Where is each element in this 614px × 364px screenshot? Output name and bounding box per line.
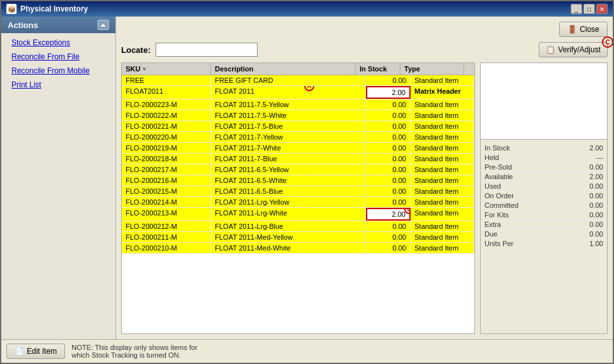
window-title: Physical Inventory (20, 4, 88, 13)
minimize-button[interactable]: _ (571, 4, 582, 14)
table-row[interactable]: FLO-2000223-MFLOAT 2011-7.5-Yellow0.00St… (122, 99, 474, 110)
table-row[interactable]: FLO-2000215-MFLOAT 2011-6.5-Blue0.00Stan… (122, 186, 474, 197)
title-bar: 📦 Physical Inventory _ □ ✕ (1, 1, 613, 17)
cell-desc: FLOAT 2011-7-White (211, 143, 366, 153)
content-area: Actions ⏶ Stock Exceptions Reconcile Fro… (1, 17, 613, 339)
table-row[interactable]: FLO-2000220-MFLOAT 2011-7-Yellow0.00Stan… (122, 132, 474, 143)
cell-desc: FLOAT 2011-Med-White (211, 243, 366, 253)
cell-type: Standard Item (411, 154, 474, 164)
inventory-table: SKU ▼ Description In Stock Type (121, 62, 475, 334)
verify-adjust-button[interactable]: 📋 Verify/Adjust C (539, 42, 608, 57)
sidebar-item-print-list[interactable]: Print List (1, 78, 115, 92)
close-main-button[interactable]: 🚪 Close (559, 22, 608, 37)
window-close-button[interactable]: ✕ (596, 4, 608, 14)
cell-type: Standard Item (411, 175, 474, 186)
cell-desc: FLOAT 2011-Med-Yellow (211, 232, 366, 242)
cell-sku: FLO-2000213-M (122, 208, 211, 221)
stat-row: Units Per1.00 (485, 239, 603, 249)
table-row[interactable]: FLO-2000219-MFLOAT 2011-7-White0.00Stand… (122, 143, 474, 154)
stat-value: 0.00 (590, 163, 603, 171)
cell-desc: FREE GIFT CARD (211, 75, 366, 85)
circle-b-label: B (404, 208, 411, 214)
table-row[interactable]: FLO-2000216-MFLOAT 2011-6.5-White0.00Sta… (122, 175, 474, 186)
table-row[interactable]: FLO-2000218-MFLOAT 2011-7-Blue0.00Standa… (122, 154, 474, 164)
cell-desc: FLOAT 2011-7-Yellow (211, 132, 366, 142)
close-button-label: Close (580, 25, 599, 34)
cell-sku: FLO-2000219-M (122, 143, 211, 153)
cell-sku: FLO-2000215-M (122, 186, 211, 196)
cell-type: Standard Item (411, 164, 474, 175)
stat-value: 0.00 (590, 221, 603, 228)
cell-desc: FLOAT 2011-7.5-Blue (211, 121, 366, 131)
table-row[interactable]: FLO-2000210-MFLOAT 2011-Med-White0.00Sta… (122, 243, 474, 254)
table-row[interactable]: FLO-2000211-MFLOAT 2011-Med-Yellow0.00St… (122, 232, 474, 243)
cell-stock: 0.00 (366, 110, 411, 120)
cell-stock: 0.00 (366, 143, 411, 153)
cell-stock: 0.00 (366, 221, 411, 231)
right-panel-image (481, 63, 607, 140)
sidebar-item-stock-exceptions[interactable]: Stock Exceptions (1, 36, 115, 50)
sidebar-collapse-button[interactable]: ⏶ (98, 20, 109, 30)
title-bar-left: 📦 Physical Inventory (6, 4, 88, 14)
stat-label: In Stock (485, 144, 510, 152)
stat-row: Available2.00 (485, 172, 603, 182)
cell-type: Standard Item (411, 232, 474, 242)
cell-stock: 0.00 (366, 99, 411, 110)
cell-type: Matrix Header (411, 86, 474, 99)
table-row[interactable]: FLO-2000221-MFLOAT 2011-7.5-Blue0.00Stan… (122, 121, 474, 132)
main-area: 🚪 Close Locate: 📋 Verify/Adjust C (116, 17, 613, 339)
stat-label: Available (485, 173, 513, 180)
cell-desc: FLOAT 2011-Lrg-White (211, 208, 366, 221)
table-header: SKU ▼ Description In Stock Type (122, 63, 474, 75)
cell-desc: FLOAT 2011-7-Blue (211, 154, 366, 164)
cell-stock: 0.00 (366, 154, 411, 164)
stat-row: Held--- (485, 153, 603, 163)
cell-type: Standard Item (411, 221, 474, 231)
cell-sku: FLO-2000221-M (122, 121, 211, 131)
maximize-button[interactable]: □ (583, 4, 595, 14)
stat-value: 0.00 (590, 201, 603, 209)
stat-row: Committed0.00 (485, 201, 603, 210)
cell-desc: FLOAT 2011-6.5-Blue (211, 186, 366, 196)
locate-label: Locate: (121, 45, 150, 55)
cell-stock: 2.00B (366, 208, 411, 221)
sidebar-item-reconcile-file[interactable]: Reconcile From File (1, 50, 115, 64)
title-bar-controls: _ □ ✕ (571, 4, 608, 14)
stat-label: Due (485, 230, 497, 238)
stat-label: For Kits (485, 211, 509, 219)
col-type: Type (400, 63, 464, 75)
table-body: FREEFREE GIFT CARD0.00Standard ItemFLOAT… (122, 75, 474, 333)
table-row[interactable]: FLO-2000213-MFLOAT 2011-Lrg-White2.00BSt… (122, 208, 474, 221)
locate-input[interactable] (156, 43, 258, 57)
stat-row: Due0.00 (485, 229, 603, 239)
cell-sku: FLO-2000212-M (122, 221, 211, 231)
cell-type: Standard Item (411, 243, 474, 253)
table-row[interactable]: FLO-2000212-MFLOAT 2011-Lrg-Blue0.00Stan… (122, 221, 474, 232)
table-row[interactable]: FLO-2000222-MFLOAT 2011-7.5-White0.00Sta… (122, 110, 474, 121)
sidebar: Actions ⏶ Stock Exceptions Reconcile Fro… (1, 17, 116, 339)
cell-desc: FLOAT 2011-7.5-White (211, 110, 366, 120)
cell-stock: 0.00 (366, 164, 411, 175)
right-panel-stats: In Stock2.00Held---Pre-Sold0.00Available… (481, 140, 607, 333)
cell-desc: FLOAT 2011A (211, 86, 366, 99)
cell-sku: FLO-2000222-M (122, 110, 211, 120)
verify-icon: 📋 (546, 45, 555, 54)
cell-type: Standard Item (411, 75, 474, 85)
edit-item-button[interactable]: 📄 Edit Item (6, 344, 65, 359)
stat-row: In Stock2.00 (485, 143, 603, 153)
table-row[interactable]: FLOAT2011FLOAT 2011A2.00Matrix Header (122, 86, 474, 99)
sidebar-item-reconcile-mobile[interactable]: Reconcile From Mobile (1, 64, 115, 78)
cell-stock: 0.00 (366, 197, 411, 207)
cell-sku: FLO-2000216-M (122, 175, 211, 186)
table-row[interactable]: FREEFREE GIFT CARD0.00Standard Item (122, 75, 474, 86)
stat-row: Used0.00 (485, 182, 603, 191)
cell-stock: 2.00 (366, 86, 411, 99)
table-row[interactable]: FLO-2000214-MFLOAT 2011-Lrg-Yellow0.00St… (122, 197, 474, 208)
body-area: SKU ▼ Description In Stock Type (121, 62, 608, 334)
window-icon: 📦 (6, 4, 17, 14)
sort-arrow-sku: ▼ (142, 66, 147, 72)
stat-row: For Kits0.00 (485, 210, 603, 220)
cell-type: Standard Item (411, 208, 474, 221)
table-row[interactable]: FLO-2000217-MFLOAT 2011-6.5-Yellow0.00St… (122, 164, 474, 175)
stat-value: --- (596, 154, 603, 161)
